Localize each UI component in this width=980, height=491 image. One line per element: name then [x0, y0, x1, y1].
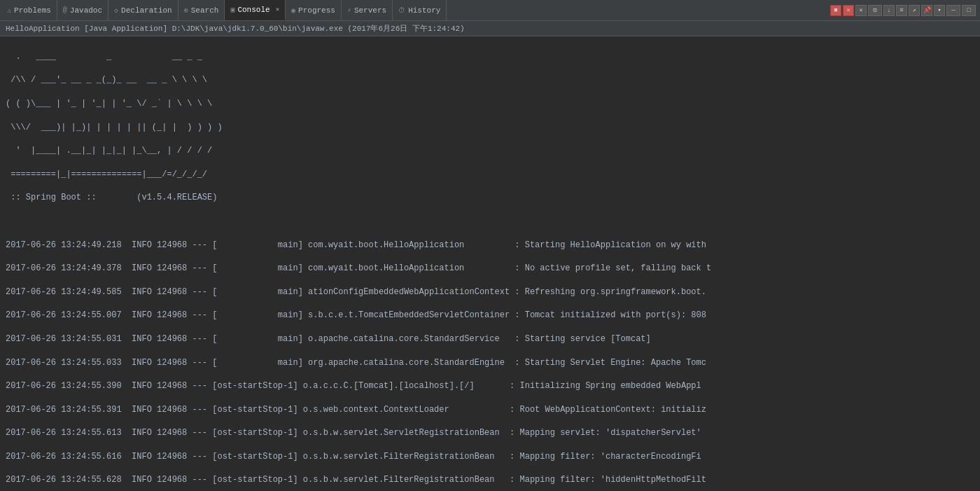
window-controls: ■ ✕ ✕ ⊡ ↓ ≡ ↗ 📌 ▾ — □	[830, 5, 979, 16]
tab-problems-label: Problems	[14, 6, 51, 15]
problems-icon: ⚠	[7, 6, 11, 15]
tab-javadoc-label: Javadoc	[70, 6, 102, 15]
log-line-9: 2017-06-26 13:24:55.613 INFO 124968 --- …	[6, 427, 974, 439]
history-icon: ⏱	[398, 6, 405, 15]
tab-search[interactable]: ⊕ Search	[178, 0, 225, 20]
view-menu-button[interactable]: ▾	[934, 5, 945, 16]
console-close-icon[interactable]: ✕	[276, 6, 279, 13]
status-text: HelloApplication [Java Application] D:\J…	[6, 23, 465, 34]
open-console-button[interactable]: ↗	[909, 5, 920, 16]
progress-icon: ◉	[291, 6, 295, 15]
ascii-line-2: /\\ / ___'_ __ _ _(_)_ __ __ _ \ \ \ \	[6, 74, 974, 86]
tab-console-label: Console	[237, 6, 270, 14]
log-line-11: 2017-06-26 13:24:55.628 INFO 124968 --- …	[6, 474, 974, 486]
console-icon: ▣	[230, 6, 234, 14]
tab-problems[interactable]: ⚠ Problems	[1, 0, 57, 20]
tab-bar: ⚠ Problems @ Javadoc ◇ Declaration ⊕ Sea…	[0, 0, 980, 21]
tab-console[interactable]: ▣ Console ✕	[225, 0, 286, 20]
log-line-8: 2017-06-26 13:24:55.391 INFO 124968 --- …	[6, 404, 974, 416]
log-line-4: 2017-06-26 13:24:55.007 INFO 124968 --- …	[6, 310, 974, 321]
disconnect-button[interactable]: ✕	[855, 5, 867, 16]
console-view-button[interactable]: ⊡	[868, 5, 882, 16]
ascii-line-6: =========|_|==============|___/=/_/_/_/	[6, 169, 974, 181]
tab-history[interactable]: ⏱ History	[393, 0, 447, 20]
log-line-7: 2017-06-26 13:24:55.390 INFO 124968 --- …	[6, 380, 974, 392]
ascii-line-5: ' |____| .__|_| |_|_| |_\__, | / / / /	[6, 145, 974, 157]
log-line-10: 2017-06-26 13:24:55.616 INFO 124968 --- …	[6, 451, 974, 463]
ascii-line-3: ( ( )\___ | '_ | '_| | '_ \/ _` | \ \ \ …	[6, 98, 974, 110]
log-blank	[6, 216, 974, 228]
ascii-line-1: . ____ _ __ _ _	[6, 51, 974, 63]
tab-search-label: Search	[191, 6, 219, 15]
status-bar: HelloApplication [Java Application] D:\J…	[0, 21, 980, 36]
tab-progress[interactable]: ◉ Progress	[286, 0, 342, 20]
minimize-button[interactable]: —	[946, 5, 960, 16]
tab-progress-label: Progress	[298, 6, 335, 15]
pin-button[interactable]: 📌	[921, 5, 932, 16]
declaration-icon: ◇	[114, 6, 118, 15]
word-wrap-button[interactable]: ≡	[896, 5, 907, 16]
log-line-6: 2017-06-26 13:24:55.033 INFO 124968 --- …	[6, 357, 974, 369]
tab-servers-label: Servers	[354, 6, 386, 15]
log-line-1: 2017-06-26 13:24:49.218 INFO 124968 --- …	[6, 240, 974, 251]
tab-history-label: History	[408, 6, 440, 15]
tab-declaration-label: Declaration	[121, 6, 172, 15]
terminate-button[interactable]: ✕	[843, 5, 854, 16]
log-line-2: 2017-06-26 13:24:49.378 INFO 124968 --- …	[6, 263, 974, 275]
ascii-line-7: :: Spring Boot :: (v1.5.4.RELEASE)	[6, 192, 974, 204]
stop-button[interactable]: ■	[830, 5, 841, 16]
servers-icon: ⚡	[347, 6, 351, 15]
console-output[interactable]: . ____ _ __ _ _ /\\ / ___'_ __ _ _(_)_ _…	[0, 36, 980, 491]
ascii-line-4: \\\/ ___)| |_)| | | | | || (_| | ) ) ) )	[6, 122, 974, 134]
scroll-lock-button[interactable]: ↓	[883, 5, 895, 16]
javadoc-icon: @	[63, 6, 67, 14]
tab-declaration[interactable]: ◇ Declaration	[108, 0, 178, 20]
log-line-3: 2017-06-26 13:24:49.585 INFO 124968 --- …	[6, 286, 974, 298]
search-icon: ⊕	[184, 6, 188, 15]
maximize-button[interactable]: □	[962, 5, 976, 16]
tab-servers[interactable]: ⚡ Servers	[342, 0, 393, 20]
log-line-5: 2017-06-26 13:24:55.031 INFO 124968 --- …	[6, 333, 974, 345]
tab-javadoc[interactable]: @ Javadoc	[57, 0, 108, 20]
